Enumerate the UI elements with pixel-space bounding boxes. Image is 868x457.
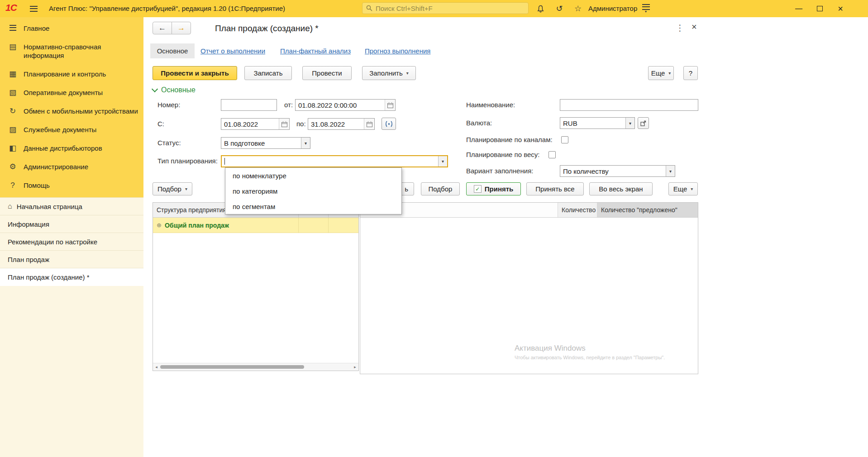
- column-header-quantity-proposed[interactable]: Количество "предложено": [597, 203, 698, 217]
- name-input[interactable]: [560, 99, 698, 111]
- plan-type-option-nomenclature[interactable]: по номенклатуре: [225, 168, 401, 183]
- tab-execution-forecast[interactable]: Прогноз выполнения: [365, 47, 431, 55]
- write-button[interactable]: Записать: [244, 66, 292, 80]
- calendar-icon: [367, 121, 372, 127]
- fill-button[interactable]: Заполнить ▾: [362, 66, 416, 80]
- favorites-button[interactable]: ☆: [572, 3, 584, 14]
- more-button[interactable]: Еще ▾: [648, 66, 674, 80]
- calendar-button[interactable]: [279, 119, 289, 129]
- period-from-input[interactable]: 01.08.2022: [221, 118, 290, 130]
- sidebar-item-planning-control[interactable]: ▦ Планирование и контроль: [0, 65, 143, 83]
- tab-execution-report[interactable]: Отчет о выполнении: [200, 47, 265, 55]
- post-and-close-button[interactable]: Провести и закрыть: [153, 66, 237, 80]
- chevron-down-icon: ▾: [669, 169, 672, 174]
- dropdown-button[interactable]: ▾: [625, 118, 634, 129]
- maximize-button[interactable]: [813, 3, 826, 14]
- forward-button[interactable]: →: [172, 22, 191, 34]
- plan-type-option-segments[interactable]: по сегментам: [225, 199, 401, 214]
- accept-button[interactable]: ✓ Принять: [466, 182, 521, 195]
- plan-type-select[interactable]: ▾: [221, 155, 448, 167]
- chevron-down-icon: ▾: [305, 141, 307, 146]
- status-label: Статус:: [157, 137, 181, 149]
- date-from-input[interactable]: 01.08.2022 0:00:00: [295, 99, 396, 111]
- dropdown-button[interactable]: ▾: [438, 156, 447, 167]
- sidebar-page-information[interactable]: Информация: [0, 215, 143, 233]
- sidebar-page-home[interactable]: ⌂ Начальная страница: [0, 198, 143, 215]
- currency-select[interactable]: RUB ▾: [560, 117, 635, 129]
- calendar-icon: [281, 121, 287, 127]
- global-search-input[interactable]: Поиск Ctrl+Shift+F: [362, 2, 529, 14]
- calendar-button[interactable]: [385, 100, 395, 110]
- back-button[interactable]: ←: [153, 22, 172, 34]
- current-user[interactable]: Администратор: [588, 5, 637, 12]
- sidebar: Главное ▤ Нормативно-справочная информац…: [0, 17, 143, 457]
- dropdown-button[interactable]: ▾: [301, 138, 310, 148]
- close-icon: ×: [838, 4, 843, 14]
- sidebar-item-main[interactable]: Главное: [0, 19, 143, 38]
- text-caret: [224, 158, 225, 165]
- channels-checkbox[interactable]: [561, 136, 568, 143]
- sidebar-item-reference-info[interactable]: ▤ Нормативно-справочная информация: [0, 38, 143, 65]
- sidebar-item-mobile-exchange[interactable]: ↻ Обмен с мобильными устройствами: [0, 102, 143, 120]
- maximize-icon: [817, 6, 823, 11]
- scroll-left-icon[interactable]: ◂: [153, 363, 160, 371]
- calendar-button[interactable]: [364, 119, 374, 129]
- sidebar-page-sales-plan-new[interactable]: План продаж (создание) *: [0, 268, 143, 286]
- weight-checkbox[interactable]: [548, 151, 556, 158]
- sidebar-item-distributor-data[interactable]: ◧ Данные дистрибьюторов: [0, 139, 143, 157]
- app-window: 1С Агент Плюс: "Управление дистрибуцией"…: [0, 0, 868, 457]
- service-menu-button[interactable]: ▾: [640, 3, 652, 14]
- app-title: Агент Плюс: "Управление дистрибуцией", р…: [49, 5, 285, 12]
- period-to-input[interactable]: 31.08.2022: [308, 118, 375, 130]
- column-header-quantity[interactable]: Количество: [558, 203, 597, 217]
- post-button[interactable]: Провести: [302, 66, 352, 80]
- sidebar-item-administration[interactable]: ⚙ Администрирование: [0, 157, 143, 176]
- scrollbar-thumb[interactable]: [160, 365, 304, 369]
- close-icon: ×: [692, 22, 697, 32]
- document-more-button[interactable]: ⋮: [676, 23, 684, 33]
- minimize-button[interactable]: —: [792, 3, 806, 14]
- plan-type-option-categories[interactable]: по категориям: [225, 183, 401, 199]
- dropdown-button[interactable]: ▾: [666, 166, 675, 176]
- document-close-button[interactable]: ×: [692, 22, 697, 32]
- window-close-button[interactable]: ×: [834, 3, 847, 14]
- tab-plan-fact-analysis[interactable]: План-фактный анализ: [280, 47, 351, 55]
- chevron-down-icon: ▾: [691, 186, 693, 191]
- expand-icon[interactable]: ⊕: [157, 222, 162, 228]
- sync-icon: ↻: [8, 107, 18, 115]
- more-button-table[interactable]: Еще ▾: [668, 182, 698, 195]
- fill-variant-select[interactable]: По количеству ▾: [560, 165, 675, 177]
- scroll-right-icon[interactable]: ▸: [352, 363, 358, 371]
- chevron-down-icon: ▾: [185, 186, 187, 191]
- fullscreen-button[interactable]: Во весь экран: [589, 182, 653, 195]
- document-window: ← → План продаж (создание) * ⋮ × Основно…: [143, 17, 868, 457]
- windows-activation-watermark: Активация Windows: [515, 344, 586, 353]
- 1c-logo[interactable]: 1С: [5, 2, 17, 13]
- bell-icon: [537, 5, 544, 13]
- tree-row-total-plan[interactable]: ⊕ Общий план продаж: [153, 218, 358, 233]
- currency-open-button[interactable]: [638, 117, 649, 129]
- notifications-button[interactable]: [534, 3, 546, 14]
- group-main-header[interactable]: Основные: [153, 86, 196, 94]
- sidebar-page-sales-plan[interactable]: План продаж: [0, 251, 143, 268]
- main-menu-button[interactable]: [30, 5, 38, 14]
- home-icon: ⌂: [8, 202, 12, 210]
- pick-button[interactable]: Подбор: [421, 182, 460, 195]
- status-select[interactable]: В подготовке ▾: [221, 137, 310, 149]
- accept-all-button[interactable]: Принять все: [526, 182, 584, 195]
- sidebar-item-service-docs[interactable]: ▨ Служебные документы: [0, 120, 143, 139]
- pick-button-left[interactable]: Подбор ▾: [153, 182, 192, 195]
- number-input[interactable]: [221, 99, 277, 111]
- channels-label: Планирование по каналам:: [466, 134, 553, 146]
- sidebar-page-setup-recommendations[interactable]: Рекомендации по настройке: [0, 233, 143, 251]
- fill-variant-label: Вариант заполнения:: [466, 165, 533, 177]
- help-button[interactable]: ?: [683, 66, 698, 80]
- sidebar-item-help[interactable]: ? Помощь: [0, 176, 143, 195]
- tab-main[interactable]: Основное: [150, 43, 195, 58]
- horizontal-scrollbar[interactable]: ◂ ▸: [153, 363, 358, 371]
- history-button[interactable]: ↺: [553, 3, 565, 14]
- sidebar-item-operative-docs[interactable]: ▧ Оперативные документы: [0, 83, 143, 102]
- period-select-button[interactable]: [382, 118, 396, 130]
- service-menu-icon: ▾: [642, 4, 650, 13]
- weight-label: Планирование по весу:: [466, 149, 539, 161]
